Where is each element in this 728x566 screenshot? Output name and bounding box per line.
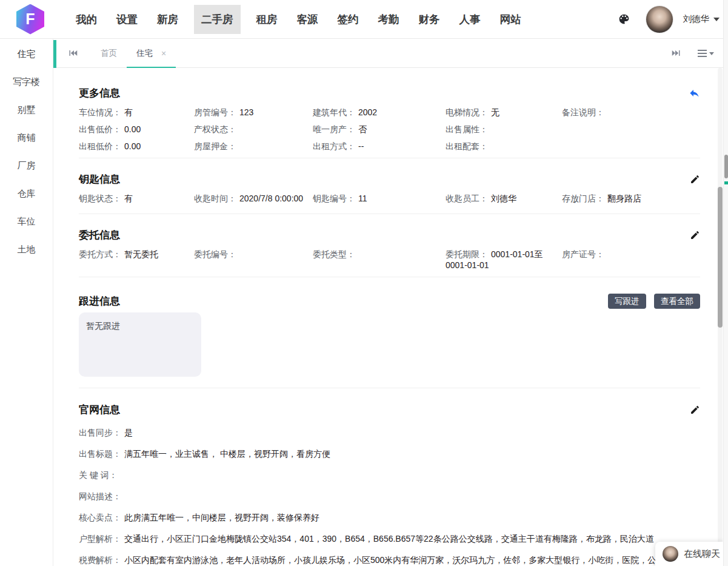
nav-item-hr[interactable]: 人事	[456, 5, 484, 34]
tab-residence-label: 住宅	[136, 48, 153, 59]
user-menu[interactable]: 刘德华	[683, 13, 720, 25]
window-scrollbar[interactable]	[723, 0, 728, 566]
category-sidebar: 住宅 写字楼 别墅 商铺 厂房 仓库 车位 土地	[0, 39, 53, 566]
chevron-down-icon	[713, 18, 720, 21]
field-rent-type: 出租方式：--	[313, 141, 446, 152]
field-entrust-period: 委托期限：0001-01-01至0001-01-01	[446, 249, 562, 271]
nav-item-clients[interactable]: 客源	[293, 5, 322, 34]
palette-icon	[618, 13, 630, 25]
nav-item-new-house[interactable]: 新房	[153, 5, 182, 34]
field-deposit: 房屋押金：	[194, 141, 313, 152]
content-scrollbar[interactable]	[718, 68, 723, 566]
sidebar-item-villa[interactable]: 别墅	[0, 96, 53, 124]
nav-item-settings[interactable]: 设置	[113, 5, 141, 34]
field-label: 税费解析：	[79, 555, 121, 565]
sidebar-item-warehouse[interactable]: 仓库	[0, 180, 53, 207]
section-title-entrust-info: 委托信息	[79, 229, 120, 241]
field-parking-status: 车位情况：有	[79, 107, 194, 118]
tab-scroll-left-button[interactable]	[68, 49, 78, 58]
field-sale-sync: 出售同步：是	[79, 427, 700, 438]
field-value: 满五年唯一，业主诚售， 中楼层，视野开阔，看房方便	[124, 449, 330, 459]
nav-item-rental[interactable]: 租房	[253, 5, 281, 34]
nav-item-contracts[interactable]: 签约	[334, 5, 362, 34]
more-info-row-1: 车位情况：有 房管编号：123 建筑年代：2002 电梯情况：无 备注说明：	[79, 107, 700, 118]
field-label: 核心卖点：	[79, 513, 121, 522]
app-logo[interactable]: F	[16, 4, 44, 35]
field-label: 产权状态：	[194, 124, 236, 134]
tab-home[interactable]: 首页	[91, 39, 127, 68]
field-core-selling-points: 核心卖点：此房满五年唯一，中间楼层，视野开阔，装修保养好	[79, 512, 700, 523]
nav-item-finance[interactable]: 财务	[415, 5, 444, 34]
field-value: 11	[358, 194, 367, 203]
nav-item-mine[interactable]: 我的	[72, 5, 101, 34]
view-all-followups-button[interactable]: 查看全部	[654, 294, 700, 309]
field-build-year: 建筑年代：2002	[313, 107, 446, 118]
entrust-info-row: 委托方式：暂无委托 委托编号： 委托类型： 委托期限：0001-01-01至00…	[79, 249, 700, 271]
edit-icon	[690, 174, 700, 184]
write-followup-button[interactable]: 写跟进	[608, 294, 646, 309]
field-label: 唯一房产：	[313, 124, 355, 134]
edit-key-info-button[interactable]	[690, 174, 700, 184]
sidebar-item-residence[interactable]: 住宅	[0, 40, 53, 68]
sidebar-item-parking[interactable]: 车位	[0, 207, 53, 235]
field-value: 2020/7/8 0:00:00	[239, 194, 303, 203]
field-ownership-status: 产权状态：	[194, 124, 313, 135]
field-label: 关 键 词：	[79, 470, 118, 480]
field-value: 此房满五年唯一，中间楼层，视野开阔，装修保养好	[124, 513, 319, 522]
sidebar-item-shop[interactable]: 商铺	[0, 124, 53, 152]
content-scrollbar-thumb[interactable]	[718, 187, 723, 328]
edit-website-info-button[interactable]	[690, 405, 700, 415]
field-label: 房管编号：	[194, 107, 236, 117]
section-website-info: 官网信息 出售同步：是 出售标题：满五年唯一，业主诚售， 中楼层，视野开阔，看房…	[79, 388, 700, 565]
followup-actions: 写跟进 查看全部	[603, 294, 700, 309]
tab-scroll-right-button[interactable]	[672, 49, 681, 58]
field-value: 小区内配套有室内游泳池，老年人活动场所，小孩儿娱乐场，小区500米内有华润万家，…	[124, 555, 656, 565]
field-label: 出租方式：	[313, 141, 355, 151]
user-avatar[interactable]	[646, 5, 673, 33]
field-value: 123	[239, 107, 253, 117]
field-elevator: 电梯情况：无	[446, 107, 562, 118]
nav-item-attendance[interactable]: 考勤	[375, 5, 403, 34]
field-site-description: 网站描述：	[79, 491, 700, 502]
field-min-sale-price: 出售低价：0.00	[79, 124, 194, 135]
nav-item-website[interactable]: 网站	[496, 5, 525, 34]
nav-item-second-hand-house[interactable]: 二手房	[194, 5, 241, 34]
edit-icon	[690, 230, 700, 240]
edit-entrust-info-button[interactable]	[690, 230, 700, 240]
tab-bar-right-controls	[672, 49, 715, 58]
tab-menu-icon	[698, 49, 715, 58]
field-label: 出售低价：	[79, 124, 121, 134]
field-value: 0.00	[124, 141, 141, 151]
field-label: 车位情况：	[79, 107, 121, 117]
tab-residence[interactable]: 住宅 ×	[127, 39, 176, 68]
more-info-row-2: 出售低价：0.00 产权状态： 唯一房产：否 出售属性：	[79, 124, 700, 135]
field-min-rent-price: 出租低价：0.00	[79, 141, 194, 152]
field-label: 房产证号：	[562, 249, 604, 259]
field-sale-title: 出售标题：满五年唯一，业主诚售， 中楼层，视野开阔，看房方便	[79, 448, 700, 459]
field-entrust-no: 委托编号：	[194, 249, 313, 271]
section-more-info: 更多信息 车位情况：有 房管编号：123 建筑年代：2002 电梯情况：无 备注…	[79, 68, 700, 152]
online-chat-widget[interactable]: 在线聊天	[655, 542, 723, 566]
sidebar-item-office[interactable]: 写字楼	[0, 68, 53, 96]
tab-scroll-left-icon	[68, 49, 78, 58]
field-label: 户型解析：	[79, 534, 121, 544]
scrollbar-marker	[724, 181, 728, 184]
field-value: 交通出行，小区正门口金地梅陇镇公交站354，401，390，B654，B656.…	[124, 534, 654, 544]
sidebar-item-land[interactable]: 土地	[0, 235, 53, 263]
theme-palette-button[interactable]	[618, 13, 630, 25]
field-value: 暂无委托	[124, 249, 158, 259]
house-detail-content[interactable]: 更多信息 车位情况：有 房管编号：123 建筑年代：2002 电梯情况：无 备注…	[53, 68, 728, 566]
field-key-receive-time: 收匙时间：2020/7/8 0:00:00	[194, 193, 313, 204]
field-layout-analysis: 户型解析：交通出行，小区正门口金地梅陇镇公交站354，401，390，B654，…	[79, 533, 700, 544]
undo-icon	[689, 87, 700, 99]
undo-button[interactable]	[689, 87, 700, 99]
tab-close-icon[interactable]: ×	[161, 49, 166, 58]
section-followup-info: 跟进信息 写跟进 查看全部 暂无跟进	[79, 277, 700, 377]
open-tabs: 首页 住宅 ×	[91, 39, 176, 68]
field-key-staff: 收匙员工：刘德华	[446, 193, 562, 204]
tab-menu-button[interactable]	[698, 49, 715, 58]
field-value: 2002	[358, 107, 377, 117]
window-scrollbar-thumb[interactable]	[724, 155, 728, 178]
field-property-mgmt-no: 房管编号：123	[194, 107, 313, 118]
sidebar-item-factory[interactable]: 厂房	[0, 152, 53, 180]
